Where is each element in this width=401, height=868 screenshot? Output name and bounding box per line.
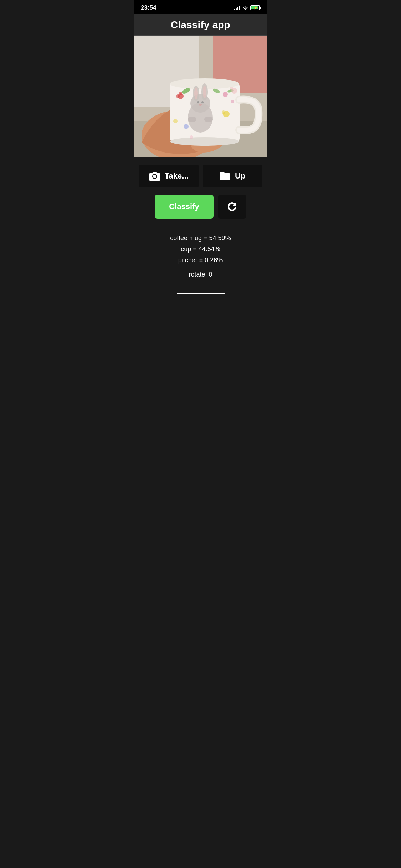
home-bar xyxy=(177,293,225,294)
svg-point-16 xyxy=(197,101,199,103)
status-icons: ⚡ xyxy=(234,5,260,11)
status-time: 23:54 xyxy=(141,4,156,11)
result-item-1: cup = 44.54% xyxy=(141,244,260,254)
svg-point-23 xyxy=(179,92,182,95)
svg-point-19 xyxy=(188,117,196,122)
svg-point-24 xyxy=(223,92,228,97)
svg-point-17 xyxy=(201,101,204,103)
svg-point-34 xyxy=(173,119,178,123)
camera-icon xyxy=(149,171,160,181)
svg-point-27 xyxy=(222,110,225,114)
classify-button-label: Classify xyxy=(169,202,199,211)
folder-icon xyxy=(219,171,231,181)
svg-point-9 xyxy=(170,137,239,146)
up-button-label: Up xyxy=(235,171,245,181)
upload-button[interactable]: Up xyxy=(203,165,262,187)
svg-point-25 xyxy=(231,100,234,103)
action-row: Take... Up xyxy=(134,157,267,195)
reload-icon xyxy=(226,201,238,212)
signal-icon xyxy=(234,5,240,10)
take-photo-button[interactable]: Take... xyxy=(139,165,199,187)
result-item-0: coffee mug = 54.59% xyxy=(141,233,260,243)
svg-point-18 xyxy=(199,104,202,106)
header: Classify app xyxy=(134,14,267,35)
status-bar: 23:54 ⚡ xyxy=(134,0,267,14)
take-button-label: Take... xyxy=(165,171,189,181)
svg-point-15 xyxy=(203,86,206,98)
classify-button[interactable]: Classify xyxy=(155,195,213,219)
wifi-icon xyxy=(242,5,248,11)
results-section: coffee mug = 54.59% cup = 44.54% pitcher… xyxy=(134,226,267,285)
home-indicator xyxy=(134,285,267,299)
classify-row: Classify xyxy=(134,195,267,226)
image-container xyxy=(134,35,267,157)
result-label-2: pitcher = 0.26% xyxy=(178,257,223,264)
mug-image xyxy=(134,36,267,157)
page-title: Classify app xyxy=(141,19,260,31)
mug-scene-svg xyxy=(134,36,267,157)
svg-point-14 xyxy=(194,88,198,99)
svg-point-35 xyxy=(190,135,193,139)
result-item-2: pitcher = 0.26% xyxy=(141,255,260,265)
svg-point-20 xyxy=(204,117,213,122)
svg-point-22 xyxy=(176,94,180,98)
battery-icon: ⚡ xyxy=(250,5,260,10)
rotate-info: rotate: 0 xyxy=(141,271,260,278)
svg-point-31 xyxy=(184,124,189,129)
result-label-0: coffee mug = 54.59% xyxy=(170,234,231,242)
result-label-1: cup = 44.54% xyxy=(181,246,220,253)
svg-point-33 xyxy=(230,87,233,90)
reload-button[interactable] xyxy=(218,195,246,219)
